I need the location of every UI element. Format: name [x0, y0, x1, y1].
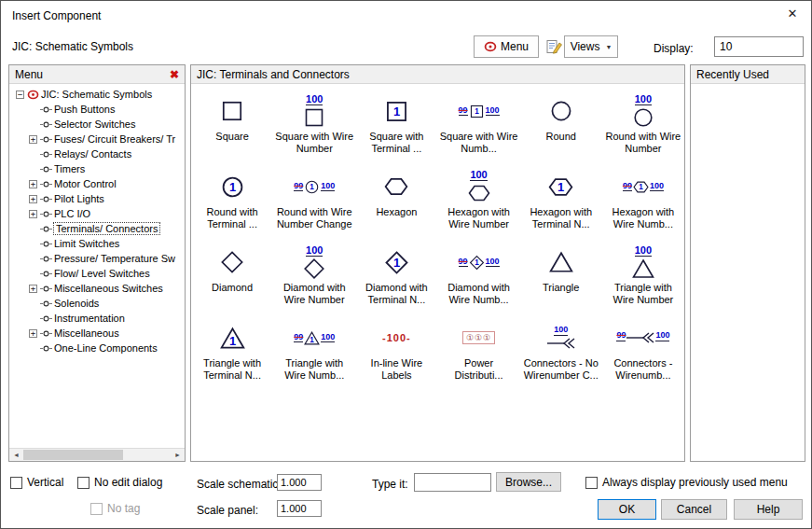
- expand-box-icon[interactable]: +: [29, 180, 37, 188]
- scale-panel-input[interactable]: [277, 500, 322, 517]
- tree-item-label: Pilot Lights: [54, 193, 104, 204]
- symbol-item[interactable]: Round: [520, 89, 602, 164]
- horizontal-scrollbar[interactable]: ◄ ►: [9, 448, 185, 461]
- symbol-item[interactable]: 991100Triangle with Wire Numb...: [273, 315, 355, 391]
- svg-text:1: 1: [228, 334, 235, 348]
- expand-box-icon[interactable]: +: [29, 195, 37, 203]
- symbol-item[interactable]: 100Round with Wire Number: [602, 89, 684, 164]
- symbol-item[interactable]: 100Square with Wire Number: [273, 89, 355, 164]
- symbol-item[interactable]: Diamond: [191, 240, 273, 315]
- symbol-item-label: Square with Wire Numb...: [439, 131, 518, 155]
- type-it-input[interactable]: [414, 473, 491, 492]
- tree-node-icon: [40, 285, 52, 293]
- hexagon-terminal-icon: 1: [548, 167, 573, 206]
- symbol-item[interactable]: 991100Round with Wire Number Change: [273, 164, 355, 240]
- no-tag-checkbox: No tag: [90, 502, 140, 515]
- tree-item[interactable]: +PLC I/O: [9, 206, 185, 221]
- tree-item-label: JIC: Schematic Symbols: [41, 89, 152, 100]
- scroll-right-icon[interactable]: ►: [171, 449, 185, 461]
- close-icon[interactable]: ✕: [783, 7, 802, 23]
- circle-wire-icon: 100: [632, 91, 654, 131]
- tree-node-icon: [40, 150, 52, 159]
- expand-box-icon[interactable]: +: [29, 329, 37, 338]
- tree-item[interactable]: Push Buttons: [9, 102, 185, 117]
- tree-item[interactable]: +Pilot Lights: [9, 191, 185, 206]
- symbol-item[interactable]: 991100Diamond with Wire Numb...: [437, 240, 519, 315]
- symbol-item[interactable]: Square: [191, 89, 273, 164]
- scale-schematic-input[interactable]: [277, 474, 322, 491]
- views-button-label: Views: [571, 40, 600, 53]
- tree-item[interactable]: Selector Switches: [9, 117, 185, 132]
- expand-box-icon[interactable]: +: [29, 210, 37, 218]
- tree-item[interactable]: +Miscellaneous Switches: [9, 281, 185, 296]
- tree-item[interactable]: One-Line Components: [9, 341, 185, 355]
- circle-change-icon: 991100: [294, 167, 335, 206]
- scrollbar-thumb[interactable]: [23, 450, 123, 460]
- tree-node-icon: [40, 255, 52, 263]
- symbol-item[interactable]: Triangle: [520, 240, 602, 315]
- display-input[interactable]: [714, 36, 804, 57]
- scroll-left-icon[interactable]: ◄: [9, 449, 23, 461]
- menu-panel-close-icon[interactable]: ✖: [170, 68, 179, 81]
- svg-text:1: 1: [228, 180, 235, 194]
- edit-menu-button[interactable]: [543, 36, 565, 57]
- vertical-checkbox-box[interactable]: [10, 477, 22, 489]
- vertical-checkbox[interactable]: Vertical: [10, 476, 63, 489]
- help-button[interactable]: Help: [734, 499, 803, 520]
- tree-item[interactable]: +Fuses/ Circuit Breakers/ Tr: [9, 132, 185, 146]
- tree-item[interactable]: +Miscellaneous: [9, 326, 185, 341]
- cancel-button[interactable]: Cancel: [661, 499, 727, 520]
- circle-terminal-icon: 1: [220, 167, 245, 206]
- scrollbar-track[interactable]: [23, 449, 171, 461]
- tree-item[interactable]: Timers: [9, 161, 185, 176]
- tree-item[interactable]: Solenoids: [9, 296, 185, 311]
- symbol-item[interactable]: 1Round with Terminal ...: [191, 164, 273, 240]
- symbol-item[interactable]: 100Triangle with Wire Number: [602, 240, 684, 315]
- symbol-item[interactable]: 1Diamond with Terminal N...: [355, 240, 437, 315]
- symbol-item[interactable]: 991100Hexagon with Wire Numb...: [602, 164, 684, 240]
- tree-item[interactable]: Relays/ Contacts: [9, 146, 185, 161]
- power-dist-icon: ①①①: [462, 318, 495, 357]
- tree-item[interactable]: Instrumentation: [9, 311, 185, 326]
- no-edit-dialog-checkbox-box[interactable]: [77, 477, 89, 489]
- collapse-box-icon[interactable]: −: [16, 90, 24, 99]
- symbol-item[interactable]: 1Square with Terminal ...: [355, 89, 437, 164]
- tree-item[interactable]: Limit Switches: [9, 236, 185, 251]
- browse-button[interactable]: Browse...: [496, 472, 561, 492]
- symbol-item[interactable]: Hexagon: [355, 164, 437, 240]
- tree-node-icon: [40, 270, 52, 278]
- symbol-item-label: Round: [546, 131, 576, 143]
- titlebar: Insert Component ✕: [1, 1, 811, 29]
- connector-wire-icon: 100: [547, 318, 575, 357]
- tree-item[interactable]: Pressure/ Temperature Sw: [9, 251, 185, 266]
- tree-node-icon: [40, 344, 52, 353]
- expand-box-icon[interactable]: +: [29, 285, 37, 293]
- symbol-item[interactable]: 1Hexagon with Terminal N...: [520, 164, 602, 240]
- no-edit-dialog-checkbox[interactable]: No edit dialog: [77, 476, 162, 489]
- tree-item[interactable]: −JIC: Schematic Symbols: [9, 87, 185, 102]
- recently-used-title: Recently Used: [696, 68, 769, 81]
- symbol-item[interactable]: 100Connectors - No Wirenumber C...: [520, 315, 602, 391]
- symbol-item[interactable]: ①①①Power Distributi...: [437, 315, 519, 391]
- tree-item[interactable]: +Motor Control: [9, 176, 185, 191]
- square-wire-icon: 100: [303, 91, 325, 131]
- svg-text:1: 1: [557, 180, 564, 194]
- menu-button[interactable]: Menu: [474, 35, 539, 58]
- symbol-item[interactable]: 100Hexagon with Wire Number: [437, 164, 519, 240]
- symbol-item[interactable]: 99100Connectors - Wirenumb...: [602, 315, 684, 391]
- tree-item[interactable]: Terminals/ Connectors: [9, 221, 185, 236]
- expand-box-icon[interactable]: +: [29, 135, 37, 144]
- always-display-checkbox[interactable]: Always display previously used menu: [585, 476, 788, 489]
- always-display-checkbox-box[interactable]: [585, 477, 598, 489]
- symbol-item[interactable]: 100Diamond with Wire Number: [273, 240, 355, 315]
- tree-item-label: One-Line Components: [54, 342, 158, 354]
- tree-item[interactable]: Flow/ Level Switches: [9, 266, 185, 281]
- views-button[interactable]: Views ▼: [564, 35, 618, 58]
- symbol-item[interactable]: 1Triangle with Terminal N...: [191, 315, 273, 391]
- tree-item-label: Flow/ Level Switches: [54, 268, 150, 279]
- svg-text:1: 1: [393, 104, 400, 118]
- insert-component-dialog: Insert Component ✕ JIC: Schematic Symbol…: [0, 0, 812, 529]
- symbol-item[interactable]: 991100Square with Wire Numb...: [437, 89, 519, 164]
- symbol-item[interactable]: -100-In-line Wire Labels: [355, 315, 437, 391]
- ok-button[interactable]: OK: [598, 499, 656, 520]
